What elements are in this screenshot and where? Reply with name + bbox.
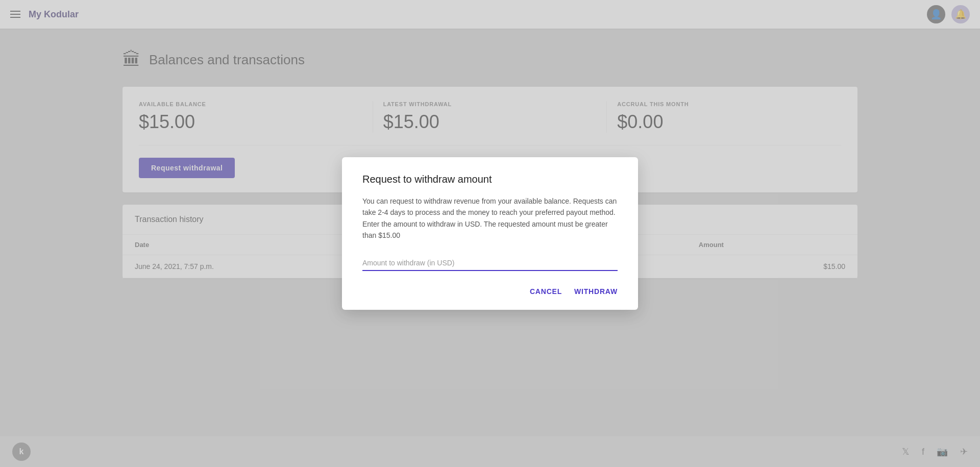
- withdrawal-modal: Request to withdraw amount You can reque…: [342, 157, 638, 310]
- withdraw-button[interactable]: WITHDRAW: [574, 287, 618, 296]
- modal-body: You can request to withdraw revenue from…: [362, 195, 618, 241]
- cancel-button[interactable]: CANCEL: [530, 287, 562, 296]
- modal-overlay: Request to withdraw amount You can reque…: [0, 0, 980, 467]
- withdrawal-amount-input[interactable]: [362, 255, 618, 271]
- modal-title: Request to withdraw amount: [362, 174, 618, 185]
- modal-actions: CANCEL WITHDRAW: [362, 287, 618, 296]
- modal-input-wrapper: [362, 255, 618, 271]
